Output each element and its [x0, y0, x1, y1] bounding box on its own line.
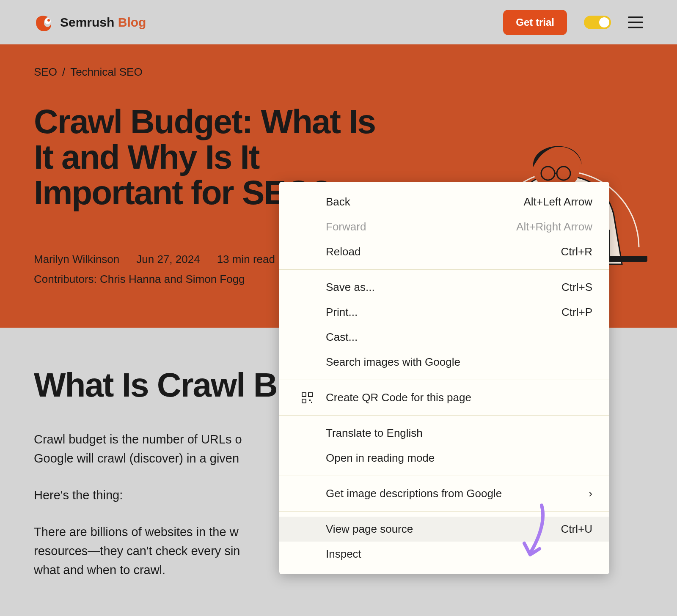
menu-label: Cast...: [326, 331, 358, 344]
article-readtime: 13 min read: [217, 253, 275, 266]
menu-label: Reload: [326, 245, 361, 258]
menu-reading-mode[interactable]: Open in reading mode: [279, 446, 609, 471]
menu-label: Get image descriptions from Google: [326, 487, 502, 500]
svg-rect-14: [308, 393, 312, 397]
menu-divider: [279, 380, 609, 380]
menu-label: Translate to English: [326, 427, 423, 440]
menu-label: Print...: [326, 306, 358, 319]
breadcrumb-link-technical-seo[interactable]: Technical SEO: [70, 66, 143, 79]
menu-reload[interactable]: Reload Ctrl+R: [279, 239, 609, 264]
menu-shortcut: Ctrl+P: [561, 306, 592, 319]
flame-icon: [34, 13, 53, 32]
menu-image-descriptions[interactable]: Get image descriptions from Google ›: [279, 481, 609, 506]
menu-label: Inspect: [326, 548, 361, 561]
article-date: Jun 27, 2024: [136, 253, 200, 266]
article-author: Marilyn Wilkinson: [34, 253, 119, 266]
svg-rect-13: [302, 393, 306, 397]
menu-qr-code[interactable]: Create QR Code for this page: [279, 385, 609, 410]
menu-shortcut: Alt+Right Arrow: [516, 220, 592, 233]
get-trial-button[interactable]: Get trial: [503, 10, 567, 35]
menu-label: View page source: [326, 523, 413, 536]
menu-shortcut: Ctrl+U: [561, 523, 592, 536]
menu-label: Open in reading mode: [326, 452, 435, 465]
menu-shortcut: Ctrl+R: [561, 245, 592, 258]
menu-inspect[interactable]: Inspect: [279, 542, 609, 567]
svg-rect-12: [605, 256, 647, 262]
svg-rect-15: [302, 399, 306, 403]
menu-search-images[interactable]: Search images with Google: [279, 350, 609, 375]
svg-rect-16: [309, 400, 311, 401]
context-menu: Back Alt+Left Arrow Forward Alt+Right Ar…: [279, 182, 609, 574]
qr-code-icon: [300, 391, 314, 405]
menu-label: Save as...: [326, 281, 375, 294]
chevron-right-icon: ›: [589, 487, 592, 500]
menu-divider: [279, 415, 609, 416]
menu-shortcut: Ctrl+S: [561, 281, 592, 294]
toggle-knob: [599, 17, 609, 27]
menu-divider: [279, 511, 609, 512]
breadcrumb-separator: /: [62, 66, 65, 79]
menu-cast[interactable]: Cast...: [279, 325, 609, 350]
header-bar: Semrush Blog Get trial: [0, 0, 677, 44]
breadcrumb-link-seo[interactable]: SEO: [34, 66, 57, 79]
breadcrumb: SEO / Technical SEO: [34, 66, 643, 79]
menu-label: Forward: [326, 220, 366, 233]
menu-save-as[interactable]: Save as... Ctrl+S: [279, 275, 609, 300]
menu-translate[interactable]: Translate to English: [279, 421, 609, 446]
brand-text: Semrush Blog: [60, 15, 146, 30]
menu-label: Search images with Google: [326, 356, 460, 369]
menu-icon[interactable]: [628, 16, 643, 28]
menu-shortcut: Alt+Left Arrow: [523, 195, 592, 208]
menu-label: Back: [326, 195, 350, 208]
menu-divider: [279, 269, 609, 270]
header-actions: Get trial: [503, 10, 643, 35]
menu-view-source[interactable]: View page source Ctrl+U: [279, 517, 609, 542]
svg-rect-17: [311, 402, 312, 403]
svg-point-1: [47, 19, 50, 22]
menu-forward: Forward Alt+Right Arrow: [279, 214, 609, 239]
menu-back[interactable]: Back Alt+Left Arrow: [279, 189, 609, 214]
menu-print[interactable]: Print... Ctrl+P: [279, 300, 609, 325]
theme-toggle[interactable]: [584, 16, 611, 29]
menu-label: Create QR Code for this page: [326, 391, 471, 404]
menu-divider: [279, 476, 609, 476]
brand-logo[interactable]: Semrush Blog: [34, 13, 146, 32]
